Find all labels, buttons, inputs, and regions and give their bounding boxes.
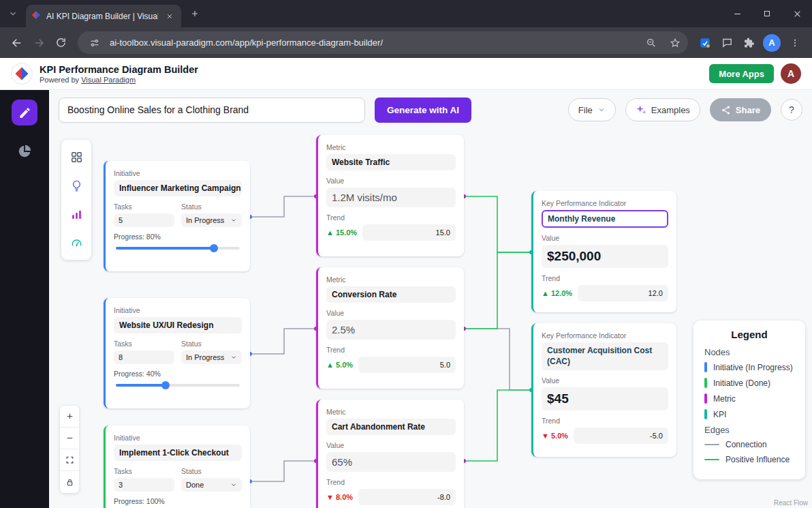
progress-slider[interactable]: [116, 384, 240, 387]
status-select[interactable]: In Progress: [181, 213, 242, 227]
browser-profile-avatar[interactable]: A: [763, 34, 781, 52]
status-value: Done: [186, 481, 204, 489]
kpi-title-input[interactable]: Monthly Revenue: [542, 210, 668, 228]
slider-thumb[interactable]: [161, 381, 170, 389]
browser-tab[interactable]: AI KPI Diagram Builder | Visuali: [26, 5, 181, 27]
extensions-puzzle-icon[interactable]: [738, 33, 759, 53]
tasks-input[interactable]: 8: [114, 350, 174, 364]
tab-search-chevron-icon[interactable]: [4, 5, 22, 23]
diagram-canvas[interactable]: Initiative Influencer Marketing Campaign…: [49, 130, 812, 508]
trend-value-input[interactable]: 12.0: [578, 285, 668, 301]
palette-kpi-button[interactable]: [65, 231, 88, 254]
more-apps-button[interactable]: More Apps: [709, 64, 774, 83]
bookmark-star-icon[interactable]: [666, 34, 684, 52]
metric-value-input[interactable]: 2.5%: [326, 320, 456, 340]
omnibox[interactable]: ai-toolbox.visual-paradigm.com/app/kpi-p…: [78, 31, 688, 54]
trend-label: Trend: [326, 478, 456, 486]
visual-paradigm-link[interactable]: Visual Paradigm: [81, 76, 136, 84]
browser-menu-kebab-icon[interactable]: [785, 33, 805, 53]
zoom-in-button[interactable]: [60, 406, 79, 428]
initiative-title-input[interactable]: Website UX/UI Redesign: [114, 317, 242, 333]
legend-label: KPI: [713, 410, 726, 419]
tab-favicon: [31, 10, 41, 23]
chevron-down-icon: [230, 481, 237, 488]
new-tab-button[interactable]: [185, 4, 204, 23]
metric-node-conversion-rate[interactable]: Metric Conversion Rate Value 2.5% Trend …: [316, 267, 464, 389]
trend-percent: 8.0%: [336, 493, 353, 501]
tasks-input[interactable]: 3: [114, 478, 174, 492]
initiative-title-input[interactable]: Influencer Marketing Campaign: [114, 180, 242, 196]
url-text[interactable]: ai-toolbox.visual-paradigm.com/app/kpi-p…: [110, 38, 636, 48]
trend-arrow-icon: ▲: [326, 361, 334, 369]
maximize-button[interactable]: [752, 0, 782, 27]
close-button[interactable]: [782, 0, 812, 27]
bar-chart-icon: [70, 208, 83, 221]
file-menu-button[interactable]: File: [568, 98, 616, 121]
app-header: KPI Performance Diagram Builder Powered …: [0, 58, 812, 90]
zoom-icon[interactable]: [642, 34, 660, 52]
trend-badge: ▼ 8.0%: [326, 493, 353, 501]
trend-value-input[interactable]: -8.0: [358, 489, 456, 505]
initiative-node-one-click-checkout[interactable]: Initiative Implement 1-Click Checkout Ta…: [104, 425, 250, 508]
sidebar-charts-tool[interactable]: [12, 139, 37, 164]
minimize-button[interactable]: [722, 0, 752, 27]
status-select[interactable]: Done: [181, 478, 242, 492]
status-select[interactable]: In Progress: [181, 350, 242, 364]
share-button[interactable]: Share: [710, 98, 771, 121]
metric-title-input[interactable]: Website Traffic: [326, 154, 456, 170]
fit-view-button[interactable]: [60, 449, 79, 471]
help-button[interactable]: ?: [781, 99, 802, 121]
lock-button[interactable]: [60, 471, 79, 493]
generate-with-ai-button[interactable]: Generate with AI: [375, 98, 471, 123]
app-user-avatar[interactable]: A: [781, 63, 801, 84]
slider-thumb[interactable]: [210, 244, 218, 252]
palette-metric-button[interactable]: [65, 203, 88, 226]
extension-blue-icon[interactable]: [695, 33, 715, 53]
kpi-node-monthly-revenue[interactable]: Key Performance Indicator Monthly Revenu…: [531, 191, 676, 312]
site-info-icon[interactable]: [86, 34, 104, 52]
pie-chart-icon: [17, 144, 32, 159]
trend-arrow-icon: ▲: [542, 289, 549, 297]
trend-badge: ▲ 12.0%: [542, 289, 572, 297]
powered-by-prefix: Powered by: [40, 76, 81, 84]
status-value: In Progress: [186, 216, 224, 224]
kpi-value-input[interactable]: $45: [542, 387, 668, 410]
zoom-out-button[interactable]: [60, 428, 79, 449]
metric-title-input[interactable]: Conversion Rate: [326, 286, 456, 303]
examples-button[interactable]: Examples: [625, 98, 700, 121]
trend-label: Trend: [326, 346, 456, 354]
status-label: Status: [181, 467, 242, 475]
trend-value-input[interactable]: 15.0: [362, 224, 456, 241]
trend-value-input[interactable]: -5.0: [574, 428, 668, 444]
initiative-node-influencer[interactable]: Initiative Influencer Marketing Campaign…: [104, 161, 250, 271]
metric-value-input[interactable]: 1.2M visits/mo: [326, 188, 456, 207]
legend-item: Initiative (Done): [704, 378, 794, 388]
reload-button[interactable]: [50, 33, 71, 53]
metric-value-input[interactable]: 65%: [326, 452, 456, 472]
kpi-title-input[interactable]: Customer Acquisition Cost (CAC): [542, 342, 668, 370]
diagram-title-input[interactable]: Boosting Online Sales for a Clothing Bra…: [59, 98, 365, 123]
tab-close-icon[interactable]: [163, 10, 176, 23]
metric-title-input[interactable]: Cart Abandonment Rate: [326, 419, 456, 435]
node-type-label: Metric: [326, 275, 456, 284]
back-button[interactable]: [7, 33, 27, 53]
forward-button[interactable]: [29, 33, 49, 53]
metric-node-website-traffic[interactable]: Metric Website Traffic Value 1.2M visits…: [316, 135, 464, 256]
initiative-node-ux-redesign[interactable]: Initiative Website UX/UI Redesign Tasks …: [104, 298, 250, 408]
metric-node-cart-abandonment[interactable]: Metric Cart Abandonment Rate Value 65% T…: [316, 400, 464, 508]
side-panel-chat-icon[interactable]: [717, 33, 737, 53]
trend-label: Trend: [542, 417, 668, 425]
palette-layout-button[interactable]: [65, 145, 88, 168]
progress-slider[interactable]: [116, 247, 240, 250]
trend-value-input[interactable]: 5.0: [358, 357, 456, 373]
kpi-value-input[interactable]: $250,000: [542, 245, 668, 268]
trend-arrow-icon: ▼: [326, 493, 334, 501]
palette-initiative-button[interactable]: [65, 174, 88, 197]
tasks-input[interactable]: 5: [114, 213, 174, 227]
gauge-icon: [70, 237, 83, 250]
initiative-title-input[interactable]: Implement 1-Click Checkout: [114, 445, 242, 461]
plus-icon: [65, 412, 74, 421]
kpi-node-cac[interactable]: Key Performance Indicator Customer Acqui…: [531, 323, 676, 457]
minus-icon: [65, 434, 74, 443]
sidebar-edit-tool[interactable]: [12, 100, 37, 125]
